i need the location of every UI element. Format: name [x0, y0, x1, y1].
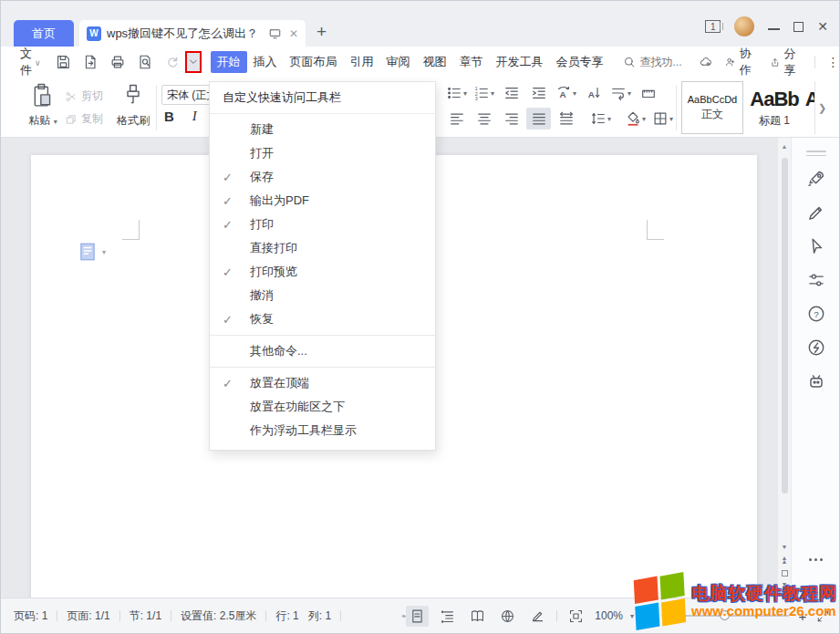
- zoom-in-button[interactable]: +: [796, 608, 809, 624]
- share-button[interactable]: 分享: [770, 46, 803, 78]
- rocket-icon[interactable]: [806, 169, 826, 189]
- line-spacing-button[interactable]: ▾: [588, 108, 613, 130]
- redo-button[interactable]: [161, 51, 183, 73]
- ribbon-tab-5[interactable]: 视图: [417, 51, 453, 73]
- style-item-0[interactable]: AaBbCcDd正文: [681, 81, 743, 134]
- qat-menu-item[interactable]: 新建: [210, 118, 435, 141]
- monitor-icon[interactable]: [268, 26, 282, 40]
- italic-button[interactable]: I: [192, 109, 197, 124]
- paste-dropdown-icon[interactable]: ▾: [54, 118, 57, 126]
- file-chevron-icon[interactable]: ∨: [35, 58, 41, 68]
- text-tools-button[interactable]: A▾: [554, 82, 578, 104]
- print-button[interactable]: [107, 51, 129, 73]
- qat-menu-item[interactable]: ✓打印: [210, 213, 435, 236]
- collaborate-button[interactable]: 协作: [724, 46, 758, 78]
- justify-button[interactable]: [526, 108, 551, 130]
- decrease-indent-button[interactable]: [499, 82, 524, 104]
- zoom-out-button[interactable]: −: [641, 608, 654, 624]
- next-page-icon[interactable]: ▼▼: [782, 583, 788, 590]
- format-painter-button[interactable]: 格式刷: [112, 82, 154, 129]
- qat-menu-item[interactable]: 撤消: [210, 284, 435, 307]
- tab-document[interactable]: W wps撤回键不见了怎么调出？ ✕: [79, 20, 306, 47]
- zoom-level[interactable]: 100%: [595, 609, 623, 622]
- style-item-1[interactable]: AaBb标题 1: [743, 81, 805, 134]
- cursor-icon[interactable]: [806, 236, 826, 256]
- tab-count-badge[interactable]: 1: [705, 20, 721, 33]
- assistant-robot-icon[interactable]: [806, 371, 826, 391]
- qat-menu-item[interactable]: 放置在功能区之下: [210, 395, 435, 419]
- ribbon-tab-8[interactable]: 会员专享: [550, 51, 610, 73]
- minimize-button[interactable]: [768, 28, 780, 30]
- help-icon[interactable]: ?: [806, 304, 826, 324]
- copy-button[interactable]: 复制: [65, 111, 103, 127]
- ribbon-tab-2[interactable]: 页面布局: [284, 51, 344, 73]
- read-view-button[interactable]: [466, 606, 489, 627]
- style-gallery-next-icon[interactable]: ❯: [814, 81, 829, 134]
- close-button[interactable]: ✕: [817, 20, 828, 33]
- tab-home[interactable]: 首页: [14, 20, 74, 47]
- search-box[interactable]: [623, 56, 699, 68]
- outline-view-button[interactable]: [436, 606, 459, 627]
- cloud-sync-icon[interactable]: [699, 54, 713, 70]
- ribbon-tab-4[interactable]: 审阅: [380, 51, 417, 73]
- status-field[interactable]: 节: 1/1: [130, 608, 161, 624]
- qat-menu-item[interactable]: ✓放置在顶端: [210, 371, 435, 395]
- align-right-button[interactable]: [499, 108, 524, 130]
- style-item-2[interactable]: AaBbC标: [805, 81, 814, 134]
- paste-options-floater[interactable]: ▾: [78, 242, 106, 262]
- zoom-slider-handle[interactable]: [720, 610, 730, 620]
- distribute-button[interactable]: [554, 108, 578, 130]
- qat-menu-item[interactable]: ✓输出为PDF: [210, 189, 435, 213]
- ribbon-tab-3[interactable]: 引用: [344, 51, 380, 73]
- paste-button[interactable]: 粘贴 ▾: [23, 82, 63, 129]
- search-input[interactable]: [640, 56, 699, 68]
- qat-menu-item[interactable]: 其他命令...: [210, 339, 435, 363]
- scrollbar-thumb[interactable]: [782, 158, 788, 494]
- borders-button[interactable]: ▾: [650, 108, 675, 130]
- qat-menu-item[interactable]: ✓打印预览: [210, 260, 435, 284]
- select-browse-object-icon[interactable]: [782, 570, 788, 577]
- numbered-list-button[interactable]: 123▾: [472, 82, 496, 104]
- bold-button[interactable]: B: [164, 109, 174, 124]
- panel-more-icon[interactable]: [792, 558, 840, 561]
- file-menu[interactable]: 文件: [20, 46, 32, 78]
- web-view-button[interactable]: [496, 606, 519, 627]
- bullet-list-button[interactable]: ▾: [444, 82, 469, 104]
- user-avatar[interactable]: [734, 16, 754, 36]
- increase-indent-button[interactable]: [526, 82, 551, 104]
- status-field[interactable]: 设置值: 2.5厘米: [181, 608, 256, 624]
- status-field[interactable]: 行: 1: [275, 608, 298, 624]
- zoom-dropdown-icon[interactable]: ▾: [630, 612, 634, 620]
- qat-menu-item[interactable]: 直接打印: [210, 236, 435, 260]
- qat-menu-item[interactable]: 作为浮动工具栏显示: [210, 419, 435, 442]
- ribbon-tab-7[interactable]: 开发工具: [490, 51, 550, 73]
- qat-menu-item[interactable]: ✓恢复: [210, 307, 435, 331]
- sliders-icon[interactable]: [806, 270, 826, 290]
- panel-drag-handle[interactable]: [806, 151, 826, 156]
- page-view-button[interactable]: [406, 606, 429, 627]
- pen-icon[interactable]: [806, 203, 826, 223]
- qat-dropdown-chevron-icon[interactable]: [187, 56, 200, 68]
- status-field[interactable]: 列: 1: [308, 608, 331, 624]
- more-menu-icon[interactable]: ⋮: [827, 55, 840, 69]
- tab-settings-button[interactable]: [636, 82, 660, 104]
- status-field[interactable]: 页面: 1/1: [67, 608, 109, 624]
- scroll-up-icon[interactable]: ▲: [778, 143, 791, 150]
- previous-page-icon[interactable]: ▲▲: [782, 556, 788, 564]
- align-center-button[interactable]: [472, 108, 496, 130]
- shading-button[interactable]: ▾: [623, 108, 648, 130]
- ribbon-tab-6[interactable]: 章节: [453, 51, 490, 73]
- fullscreen-icon[interactable]: [816, 609, 830, 623]
- scroll-down-icon[interactable]: ▼: [782, 544, 788, 550]
- fit-page-button[interactable]: [565, 606, 587, 627]
- ink-button[interactable]: [526, 606, 549, 627]
- sort-button[interactable]: A: [581, 82, 606, 104]
- maximize-button[interactable]: [793, 22, 804, 32]
- tab-close-icon[interactable]: ✕: [289, 27, 298, 40]
- zoom-slider[interactable]: [661, 615, 789, 617]
- qat-menu-item[interactable]: 打开: [210, 141, 435, 165]
- ribbon-tab-1[interactable]: 插入: [247, 51, 284, 73]
- text-wrap-button[interactable]: ▾: [608, 82, 633, 104]
- export-pdf-button[interactable]: [79, 51, 101, 73]
- save-button[interactable]: [52, 51, 74, 73]
